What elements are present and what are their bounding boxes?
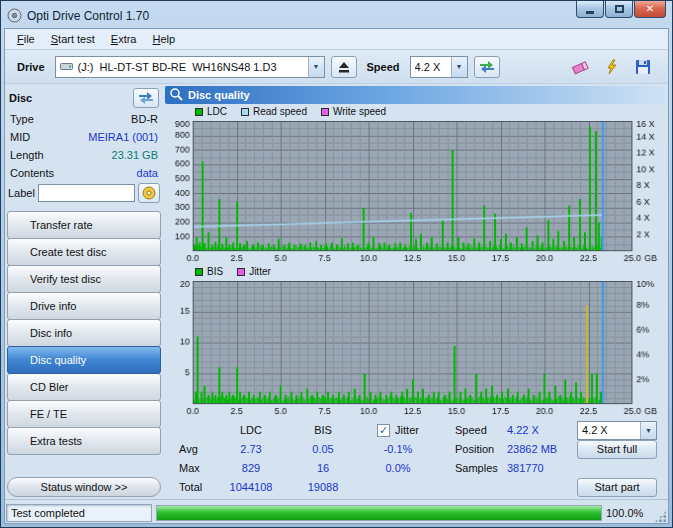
disc-length-row: Length 23.31 GB <box>7 146 161 164</box>
sidebar-item-create-test-disc[interactable]: Create test disc <box>7 238 161 266</box>
avg-ldc-value: 2.73 <box>215 443 287 455</box>
max-row-label: Max <box>179 462 215 474</box>
speed-label: Speed <box>367 61 400 73</box>
hypertuning-button[interactable] <box>599 55 625 79</box>
menubar: File Start test Extra Help <box>5 29 668 50</box>
maximize-button[interactable] <box>605 1 633 18</box>
max-ldc-value: 829 <box>215 462 287 474</box>
ldc-swatch <box>195 108 203 116</box>
eject-button[interactable] <box>331 56 357 78</box>
progress-percent: 100.0% <box>606 507 650 519</box>
magnifier-icon <box>169 87 183 103</box>
disc-label-input[interactable] <box>38 184 135 202</box>
disc-type-row: Type BD-R <box>7 110 161 128</box>
sidebar-item-transfer-rate[interactable]: Transfer rate <box>7 211 161 239</box>
max-jitter-value: 0.0% <box>359 462 437 474</box>
speed-readout-label: Speed <box>455 424 503 436</box>
erase-disc-button[interactable] <box>568 55 594 79</box>
speed-value: 4.2 X <box>415 61 447 73</box>
titlebar[interactable]: Opti Drive Control 1.70 ✕ <box>4 4 669 28</box>
close-button[interactable]: ✕ <box>634 1 666 18</box>
save-results-button[interactable] <box>630 55 656 79</box>
disc-length-value: 23.31 GB <box>112 149 158 161</box>
position-value: 23862 MB <box>507 443 573 455</box>
close-icon: ✕ <box>646 4 654 14</box>
sidebar-item-cd-bler[interactable]: CD Bler <box>7 373 161 401</box>
jitter-checkbox[interactable] <box>377 424 390 437</box>
speed-readout-value: 4.22 X <box>507 424 573 436</box>
status-message: Test completed <box>6 504 152 522</box>
menu-extra[interactable]: Extra <box>103 30 145 48</box>
drive-select[interactable]: (J:) HL-DT-ST BD-RE WH16NS48 1.D3 ▼ <box>55 56 325 78</box>
window-title: Opti Drive Control 1.70 <box>27 9 149 23</box>
sidebar-item-extra-tests[interactable]: Extra tests <box>7 427 161 455</box>
start-full-button[interactable]: Start full <box>577 440 657 459</box>
menu-file[interactable]: File <box>9 30 43 48</box>
max-bis-value: 16 <box>287 462 359 474</box>
write-speed-swatch <box>321 108 329 116</box>
test-controls: Speed 4.22 X 4.2 X ▼ Position 23862 MB S… <box>455 421 657 497</box>
refresh-speeds-button[interactable] <box>474 56 500 78</box>
chevron-down-icon: ▼ <box>640 422 656 439</box>
refresh-arrows-icon <box>478 59 496 75</box>
sidebar: Disc Type BD-R MID MEIRA1 (001) Length 2… <box>7 86 161 499</box>
total-ldc-value: 1044108 <box>215 481 287 493</box>
test-speed-select[interactable]: 4.2 X ▼ <box>577 421 657 440</box>
bis-legend-label: BIS <box>207 266 223 277</box>
toolbar: Drive (J:) HL-DT-ST BD-RE WH16NS48 1.D3 … <box>5 50 668 84</box>
refresh-disc-button[interactable] <box>133 88 159 108</box>
disc-icon <box>142 186 156 200</box>
disc-mid-value: MEIRA1 (001) <box>88 131 158 143</box>
refresh-arrows-icon <box>137 91 155 105</box>
bis-column-header: BIS <box>287 424 359 436</box>
drive-label: Drive <box>17 61 45 73</box>
minimize-icon <box>586 11 594 14</box>
avg-bis-value: 0.05 <box>287 443 359 455</box>
chevron-down-icon: ▼ <box>308 57 324 77</box>
menu-help[interactable]: Help <box>144 30 183 48</box>
save-icon <box>635 59 651 75</box>
chevron-down-icon: ▼ <box>451 57 467 77</box>
write-speed-legend-label: Write speed <box>333 106 386 117</box>
statusbar: Test completed 100.0% <box>5 499 668 523</box>
samples-label: Samples <box>455 462 503 474</box>
read-speed-swatch <box>241 108 249 116</box>
disc-mid-label: MID <box>10 131 30 143</box>
sidebar-item-drive-info[interactable]: Drive info <box>7 292 161 320</box>
disc-mid-row: MID MEIRA1 (001) <box>7 128 161 146</box>
results-table: LDC BIS Jitter Avg 2.73 0.05 -0.1% Max 8… <box>179 421 437 497</box>
speed-select[interactable]: 4.2 X ▼ <box>410 56 468 78</box>
avg-jitter-value: -0.1% <box>359 443 437 455</box>
position-label: Position <box>455 443 503 455</box>
menu-start-test[interactable]: Start test <box>43 30 103 48</box>
read-speed-legend-label: Read speed <box>253 106 307 117</box>
sidebar-nav: Transfer rate Create test disc Verify te… <box>7 212 161 455</box>
bis-jitter-chart <box>165 279 666 416</box>
sidebar-item-verify-test-disc[interactable]: Verify test disc <box>7 265 161 293</box>
drive-icon <box>60 61 74 73</box>
status-window-button[interactable]: Status window >> <box>7 477 161 497</box>
sidebar-item-disc-info[interactable]: Disc info <box>7 319 161 347</box>
resize-grip[interactable] <box>654 510 667 523</box>
disc-label-label: Label <box>8 187 35 199</box>
jitter-swatch <box>237 268 245 276</box>
progress-bar <box>156 505 602 521</box>
drive-value: (J:) HL-DT-ST BD-RE WH16NS48 1.D3 <box>78 61 304 73</box>
bis-swatch <box>195 268 203 276</box>
disc-type-value: BD-R <box>131 113 158 125</box>
panel-title: Disc quality <box>188 89 250 101</box>
ldc-column-header: LDC <box>215 424 287 436</box>
total-row-label: Total <box>179 481 215 493</box>
sidebar-item-fe-te[interactable]: FE / TE <box>7 400 161 428</box>
samples-value: 381770 <box>507 462 573 474</box>
app-icon <box>7 8 22 25</box>
sidebar-item-disc-quality[interactable]: Disc quality <box>7 346 161 374</box>
jitter-legend-label: Jitter <box>249 266 271 277</box>
eraser-icon <box>571 59 591 75</box>
disc-contents-label: Contents <box>10 167 54 179</box>
write-label-button[interactable] <box>138 183 160 203</box>
start-part-button[interactable]: Start part <box>577 478 657 497</box>
lightning-icon <box>604 59 620 75</box>
chart2-legend: BIS Jitter <box>165 264 666 279</box>
minimize-button[interactable] <box>576 1 604 18</box>
